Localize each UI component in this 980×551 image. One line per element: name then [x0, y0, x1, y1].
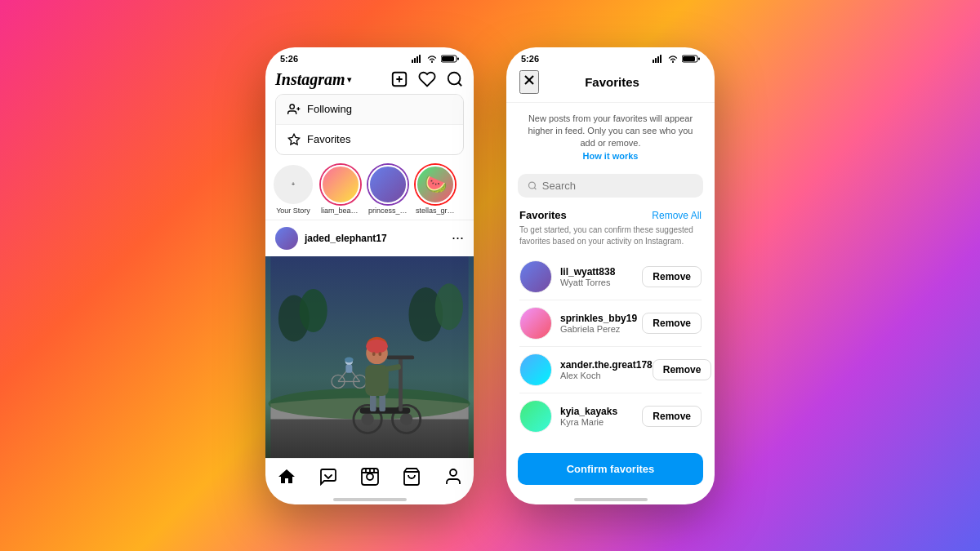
status-time-2: 5:26	[521, 54, 539, 64]
screen-title: Favorites	[585, 75, 639, 89]
story-avatar-princess	[368, 165, 408, 204]
svg-rect-56	[657, 56, 659, 63]
svg-point-33	[400, 412, 412, 424]
favorites-filter-item[interactable]: Favorites	[276, 125, 463, 154]
reels-nav-button[interactable]	[360, 467, 380, 487]
remove-user-button[interactable]: Remove	[642, 266, 702, 287]
new-post-button[interactable]	[390, 70, 408, 88]
home-indicator-2	[506, 491, 715, 504]
svg-point-47	[367, 473, 373, 480]
post-more-button[interactable]: ···	[452, 229, 464, 247]
status-time-1: 5:26	[280, 54, 298, 64]
username-label: xander.the.great178	[560, 359, 653, 371]
plus-square-icon	[390, 70, 408, 88]
messenger-icon	[318, 467, 338, 487]
svg-rect-59	[683, 56, 695, 61]
table-row: lil_wyatt838 Wyatt Torres Remove	[506, 254, 715, 300]
feed-filter-dropdown: Following Favorites	[275, 94, 464, 155]
signal-icon	[412, 55, 423, 63]
app-header-1: Instagram ▾	[265, 67, 474, 94]
svg-rect-0	[412, 60, 413, 63]
svg-rect-6	[457, 57, 459, 60]
favorites-info-text: New posts from your favorites will appea…	[506, 103, 715, 170]
search-icon	[446, 70, 464, 88]
heart-icon	[418, 70, 436, 88]
svg-rect-39	[365, 365, 389, 396]
search-input[interactable]	[542, 180, 693, 192]
svg-point-63	[528, 182, 535, 189]
avatar	[519, 353, 552, 386]
following-filter-item[interactable]: Following	[276, 95, 463, 125]
svg-point-18	[300, 288, 327, 331]
instagram-logo: Instagram ▾	[275, 70, 351, 89]
username-label: kyia_kayaks	[560, 406, 617, 417]
table-row: kyia_kayaks Kyra Marie Remove	[506, 393, 715, 439]
stories-row: + Your Story liam_bean... princess_p... …	[265, 160, 474, 220]
wifi-icon-2	[667, 55, 679, 63]
shop-nav-button[interactable]	[402, 467, 421, 487]
remove-all-button[interactable]: Remove All	[652, 210, 702, 221]
star-icon	[287, 133, 301, 146]
svg-point-45	[378, 352, 381, 356]
search-button[interactable]	[446, 70, 464, 88]
confirm-favorites-button[interactable]: Confirm favorites	[518, 453, 703, 485]
more-icon: ···	[452, 229, 464, 247]
favorites-scroll-area: Favorites Remove All To get started, you…	[506, 206, 715, 444]
table-row: sprinkles_bby19 Gabriela Perez Remove	[506, 300, 715, 346]
search-bar[interactable]	[518, 174, 703, 198]
story-avatar-stellas: 🍉	[416, 165, 455, 204]
story-item-stellas[interactable]: 🍉 stellas_gr0...	[416, 165, 455, 215]
messenger-nav-button[interactable]	[318, 467, 338, 487]
how-it-works-link[interactable]: How it works	[583, 151, 639, 161]
signal-icon-2	[653, 55, 664, 63]
story-item-princess[interactable]: princess_p...	[368, 165, 408, 215]
battery-icon-2	[682, 55, 700, 63]
post-user-info: jaded_elephant17	[275, 227, 387, 250]
svg-line-64	[534, 188, 536, 189]
svg-rect-5	[442, 56, 454, 61]
post-header: jaded_elephant17 ···	[265, 220, 474, 256]
confirm-button-wrap: Confirm favorites	[506, 445, 715, 491]
status-icons-2	[653, 55, 700, 63]
remove-user-button[interactable]: Remove	[653, 359, 712, 380]
fullname-label: Gabriela Perez	[560, 324, 637, 334]
phone-1: 5:26 Instagram ▾	[265, 47, 474, 504]
fullname-label: Wyatt Torres	[560, 278, 615, 287]
svg-rect-57	[660, 55, 662, 63]
svg-marker-15	[288, 134, 299, 144]
svg-point-44	[372, 352, 376, 356]
remove-user-button[interactable]: Remove	[642, 406, 702, 427]
back-button[interactable]	[519, 70, 539, 94]
svg-rect-36	[387, 355, 414, 359]
post-image	[265, 256, 474, 458]
wifi-icon	[426, 55, 438, 63]
svg-point-12	[290, 104, 294, 109]
svg-point-20	[435, 283, 463, 330]
favorites-section-desc: To get started, you can confirm these su…	[506, 224, 715, 254]
svg-point-31	[362, 412, 374, 424]
profile-icon	[443, 467, 463, 487]
home-nav-button[interactable]	[277, 467, 296, 487]
svg-rect-54	[653, 60, 654, 63]
post-scene-svg	[265, 256, 474, 458]
avatar	[519, 260, 552, 293]
story-item-liam[interactable]: liam_bean...	[321, 165, 360, 215]
likes-button[interactable]	[418, 70, 436, 88]
status-bar-2: 5:26	[506, 47, 715, 67]
your-story-item[interactable]: + Your Story	[274, 165, 313, 215]
shop-icon	[402, 467, 421, 487]
svg-rect-1	[414, 58, 416, 63]
search-bar-icon	[528, 180, 537, 191]
svg-line-11	[458, 82, 461, 86]
fullname-label: Kyra Marie	[560, 417, 617, 427]
close-icon	[521, 72, 537, 88]
remove-user-button[interactable]: Remove	[642, 313, 702, 334]
status-bar-1: 5:26	[265, 47, 474, 67]
svg-point-29	[345, 357, 354, 362]
profile-nav-button[interactable]	[443, 467, 463, 487]
svg-rect-60	[698, 57, 700, 60]
header-action-icons	[390, 70, 464, 88]
avatar	[519, 307, 552, 340]
table-row: xander.the.great178 Alex Koch Remove	[506, 347, 715, 393]
home-icon	[277, 467, 296, 487]
